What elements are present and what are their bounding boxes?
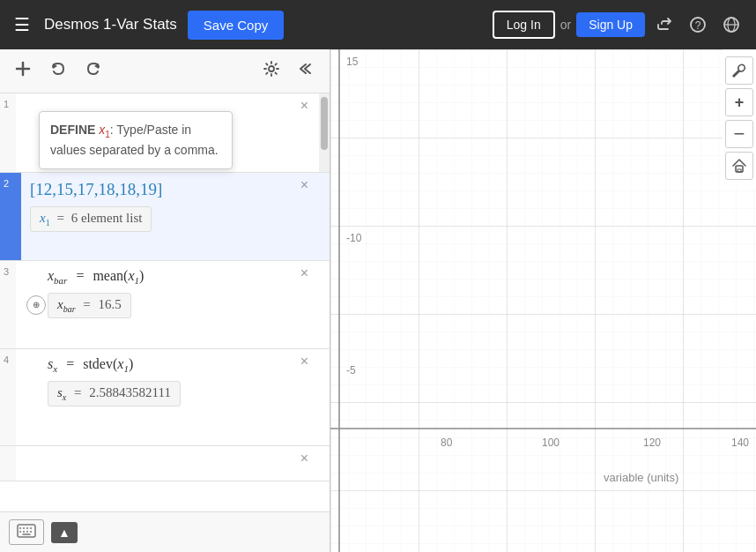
expression-row-5[interactable]: × xyxy=(0,446,330,481)
expression-content-5[interactable] xyxy=(21,446,330,481)
row-number-2: 2 xyxy=(0,173,16,260)
stdev-result: sx = 2.58843582111 xyxy=(48,381,181,407)
expression-content-1[interactable]: DEFINE x1: Type/Paste in values separate… xyxy=(21,93,319,172)
signup-button[interactable]: Sign Up xyxy=(576,12,645,37)
list-result: x1 = 6 element list xyxy=(30,206,152,232)
main-area: 1 DEFINE x1: Type/Paste in values separa… xyxy=(0,49,756,552)
svg-text:-10: -10 xyxy=(346,232,362,244)
home-icon xyxy=(731,158,747,174)
svg-text:-5: -5 xyxy=(346,364,356,377)
app-header: ☰ Desmos 1-Var Stats Save Copy Log In or… xyxy=(0,0,756,49)
list-expression: [12,15,17,18,18,19] xyxy=(30,180,310,199)
wrench-button[interactable] xyxy=(725,56,753,85)
svg-text:120: 120 xyxy=(643,436,661,449)
undo-button[interactable] xyxy=(44,56,72,86)
login-button[interactable]: Log In xyxy=(493,11,555,39)
close-row-5[interactable]: × xyxy=(300,451,308,466)
svg-text:80: 80 xyxy=(441,436,453,449)
expand-button[interactable]: ▲ xyxy=(51,522,78,543)
svg-text:?: ? xyxy=(695,19,701,32)
expression-row-1[interactable]: 1 DEFINE x1: Type/Paste in values separa… xyxy=(0,93,330,173)
close-row-2[interactable]: × xyxy=(300,178,308,192)
redo-icon xyxy=(85,60,102,78)
svg-rect-21 xyxy=(330,49,756,552)
row-number-1: 1 xyxy=(0,93,16,172)
add-icon xyxy=(14,60,32,78)
close-row-4[interactable]: × xyxy=(300,354,308,369)
scrollbar-1[interactable] xyxy=(319,93,330,172)
expression-toolbar xyxy=(0,49,330,93)
settings-button[interactable] xyxy=(257,56,285,86)
svg-text:140: 140 xyxy=(731,436,749,449)
zoom-in-button[interactable]: + xyxy=(725,88,753,116)
expression-icon-3: ⊕ xyxy=(26,295,46,315)
close-row-3[interactable]: × xyxy=(300,266,308,280)
graph-grid: 15 -10 -5 80 100 120 140 variable (units… xyxy=(330,49,756,552)
svg-text:15: 15 xyxy=(346,56,359,68)
keyboard-button[interactable] xyxy=(9,519,44,545)
row-number-3: 3 xyxy=(0,261,16,348)
expression-row-2[interactable]: 2 [12,15,17,18,18,19] x1 = 6 element lis… xyxy=(0,173,330,261)
mean-result: xbar = 16.5 xyxy=(48,293,131,318)
menu-icon[interactable]: ☰ xyxy=(11,11,33,39)
svg-text:100: 100 xyxy=(542,436,560,449)
expression-list: 1 DEFINE x1: Type/Paste in values separa… xyxy=(0,93,330,511)
help-icon: ? xyxy=(689,16,707,34)
keyboard-icon xyxy=(17,524,36,538)
help-button[interactable]: ? xyxy=(684,12,712,37)
gear-icon xyxy=(263,60,280,78)
left-panel: 1 DEFINE x1: Type/Paste in values separa… xyxy=(0,49,330,552)
add-expression-button[interactable] xyxy=(9,56,37,86)
define-text: DEFINE x1: Type/Paste in values separate… xyxy=(50,123,219,157)
auth-buttons: Log In or Sign Up ? xyxy=(493,11,745,39)
mean-expression: xbar = mean(x1) xyxy=(48,268,144,286)
globe-button[interactable] xyxy=(717,12,745,37)
collapse-icon xyxy=(298,60,315,78)
row-number-5 xyxy=(0,446,16,481)
home-button[interactable] xyxy=(725,152,753,180)
share-icon xyxy=(656,16,673,34)
app-title: Desmos 1-Var Stats xyxy=(44,16,177,34)
save-copy-button[interactable]: Save Copy xyxy=(188,11,284,40)
define-tooltip: DEFINE x1: Type/Paste in values separate… xyxy=(39,111,233,169)
expression-content-2[interactable]: [12,15,17,18,18,19] x1 = 6 element list xyxy=(21,173,319,260)
scrollbar-thumb-1 xyxy=(321,97,328,150)
close-row-1[interactable]: × xyxy=(300,99,308,113)
expression-content-3[interactable]: ⊕ xbar = mean(x1) xbar = 16.5 xyxy=(21,261,319,348)
wrench-icon xyxy=(731,63,747,78)
collapse-button[interactable] xyxy=(293,56,321,86)
expression-row-3[interactable]: 3 ⊕ xbar = mean(x1) xbar = 16.5 xyxy=(0,261,330,349)
or-label: or xyxy=(560,18,571,32)
bottom-toolbar: ▲ xyxy=(0,511,330,552)
graph-panel: 15 -10 -5 80 100 120 140 variable (units… xyxy=(330,49,756,552)
expression-row-4[interactable]: 4 sx = stdev(x1) sx = 2.58843582111 × xyxy=(0,349,330,446)
svg-rect-33 xyxy=(737,169,741,172)
row-number-4: 4 xyxy=(0,349,16,445)
svg-text:variable (units): variable (units) xyxy=(604,471,678,484)
zoom-out-button[interactable]: − xyxy=(725,120,753,148)
graph-tools: + − xyxy=(723,49,756,187)
svg-point-9 xyxy=(269,66,274,71)
globe-icon xyxy=(723,16,740,34)
redo-button[interactable] xyxy=(79,56,107,86)
stdev-expression: sx = stdev(x1) xyxy=(48,356,133,374)
undo-icon xyxy=(49,60,67,78)
expression-content-4[interactable]: sx = stdev(x1) sx = 2.58843582111 xyxy=(21,349,319,445)
share-button[interactable] xyxy=(650,12,678,37)
